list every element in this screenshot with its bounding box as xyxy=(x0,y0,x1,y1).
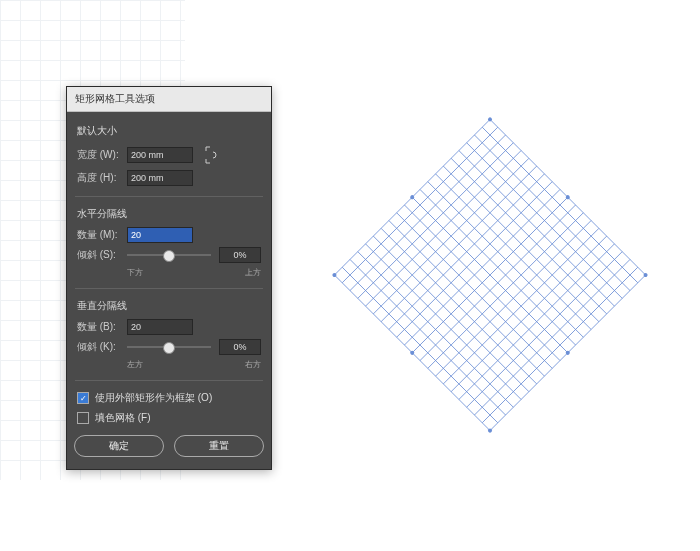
svg-line-10 xyxy=(451,158,607,314)
svg-line-5 xyxy=(350,135,506,291)
constrain-proportions-icon[interactable] xyxy=(203,144,219,166)
svg-line-32 xyxy=(366,244,522,400)
svg-point-42 xyxy=(487,117,493,123)
svg-line-23 xyxy=(420,205,576,361)
checkbox-icon: ✓ xyxy=(77,392,89,404)
svg-point-45 xyxy=(565,194,571,200)
svg-line-24 xyxy=(397,213,553,369)
svg-line-18 xyxy=(420,189,576,345)
svg-line-35 xyxy=(467,252,623,408)
svg-line-11 xyxy=(373,158,529,314)
divider xyxy=(75,196,263,197)
svg-line-7 xyxy=(358,143,514,299)
v-count-input[interactable]: 20 xyxy=(127,319,193,335)
svg-point-48 xyxy=(565,350,571,356)
v-skew-slider[interactable] xyxy=(127,341,211,353)
svg-line-25 xyxy=(428,213,584,369)
v-skew-value[interactable]: 0% xyxy=(219,339,261,355)
height-label: 高度 (H): xyxy=(77,171,127,185)
rect-grid-tool-options-dialog: 矩形网格工具选项 默认大小 宽度 (W): 200 mm 高度 (H): 200… xyxy=(66,86,272,470)
svg-line-14 xyxy=(436,174,592,330)
svg-line-21 xyxy=(412,197,568,353)
ok-button[interactable]: 确定 xyxy=(74,435,164,457)
grid-preview xyxy=(320,105,660,445)
fill-grid-checkbox-row[interactable]: 填色网格 (F) xyxy=(77,411,261,425)
svg-line-8 xyxy=(459,151,615,307)
h-skew-right-label: 上方 xyxy=(245,267,261,278)
svg-point-44 xyxy=(332,272,338,278)
svg-line-4 xyxy=(474,135,630,291)
svg-line-26 xyxy=(389,221,545,377)
h-skew-label: 倾斜 (S): xyxy=(77,248,127,262)
v-skew-label: 倾斜 (K): xyxy=(77,340,127,354)
svg-line-29 xyxy=(443,228,599,384)
svg-line-40 xyxy=(334,275,490,431)
height-input[interactable]: 200 mm xyxy=(127,170,193,186)
reset-button[interactable]: 重置 xyxy=(174,435,264,457)
svg-line-19 xyxy=(404,189,560,345)
svg-line-3 xyxy=(342,127,498,283)
svg-line-34 xyxy=(358,252,514,408)
h-count-label: 数量 (M): xyxy=(77,228,127,242)
v-skew-left-label: 左方 xyxy=(127,359,143,370)
svg-line-17 xyxy=(397,182,553,338)
section-default-size: 默认大小 xyxy=(77,124,261,138)
section-horizontal: 水平分隔线 xyxy=(77,207,261,221)
width-label: 宽度 (W): xyxy=(77,148,127,162)
svg-point-46 xyxy=(409,350,415,356)
checkbox-icon xyxy=(77,412,89,424)
svg-line-0 xyxy=(490,119,646,275)
svg-line-16 xyxy=(428,182,584,338)
svg-line-33 xyxy=(459,244,615,400)
h-skew-value[interactable]: 0% xyxy=(219,247,261,263)
svg-line-15 xyxy=(389,174,545,330)
h-skew-left-label: 下方 xyxy=(127,267,143,278)
v-skew-right-label: 右方 xyxy=(245,359,261,370)
svg-line-31 xyxy=(451,236,607,392)
svg-point-43 xyxy=(409,194,415,200)
h-skew-slider[interactable] xyxy=(127,249,211,261)
divider xyxy=(75,288,263,289)
v-count-label: 数量 (B): xyxy=(77,320,127,334)
svg-line-28 xyxy=(381,228,537,384)
h-count-input[interactable]: 20 xyxy=(127,227,193,243)
svg-line-2 xyxy=(482,127,638,283)
svg-point-49 xyxy=(487,428,493,434)
svg-line-39 xyxy=(482,267,638,423)
svg-line-22 xyxy=(404,205,560,361)
width-input[interactable]: 200 mm xyxy=(127,147,193,163)
svg-line-13 xyxy=(381,166,537,322)
svg-line-37 xyxy=(474,259,630,415)
svg-line-38 xyxy=(342,267,498,423)
dialog-title[interactable]: 矩形网格工具选项 xyxy=(67,87,271,112)
use-frame-label: 使用外部矩形作为框架 (O) xyxy=(95,391,212,405)
svg-line-9 xyxy=(366,151,522,307)
svg-line-30 xyxy=(373,236,529,392)
use-frame-checkbox-row[interactable]: ✓ 使用外部矩形作为框架 (O) xyxy=(77,391,261,405)
svg-point-47 xyxy=(643,272,649,278)
svg-line-36 xyxy=(350,259,506,415)
svg-line-27 xyxy=(436,221,592,377)
divider xyxy=(75,380,263,381)
section-vertical: 垂直分隔线 xyxy=(77,299,261,313)
svg-line-20 xyxy=(412,197,568,353)
svg-line-6 xyxy=(467,143,623,299)
svg-line-1 xyxy=(334,119,490,275)
svg-line-12 xyxy=(443,166,599,322)
fill-grid-label: 填色网格 (F) xyxy=(95,411,151,425)
svg-line-41 xyxy=(490,275,646,431)
